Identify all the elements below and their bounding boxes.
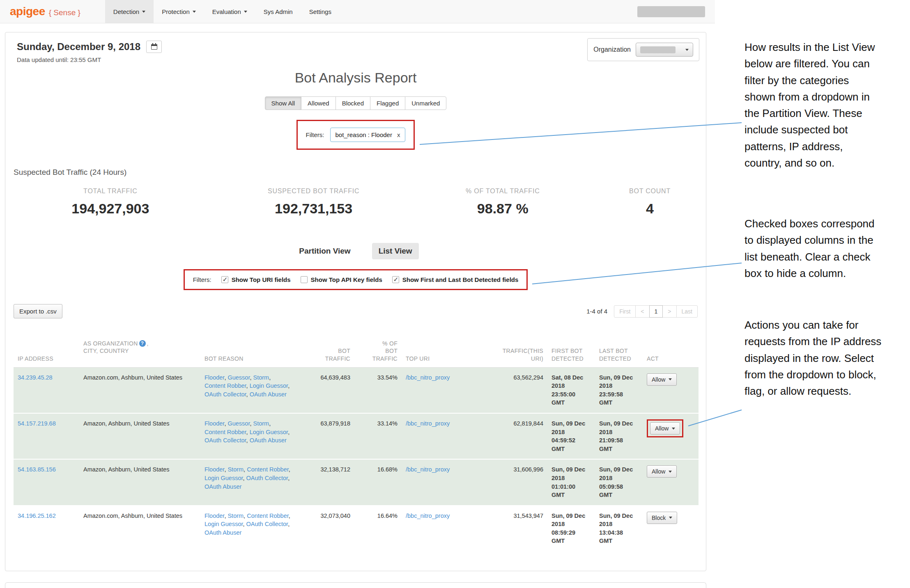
bot-reason-link[interactable]: OAuth Collector	[246, 521, 288, 527]
ip-address-link[interactable]: 34.196.25.162	[18, 512, 56, 519]
col-top-uri: TOP URI	[402, 330, 488, 367]
nav-label: Sys Admin	[264, 8, 293, 15]
ip-address-link[interactable]: 34.239.45.28	[18, 374, 53, 381]
bot-reason-link[interactable]: Login Guessor	[250, 382, 288, 389]
bot-reason-link[interactable]: OAuth Abuser	[205, 483, 241, 490]
ip-address-link[interactable]: 54.163.85.156	[18, 466, 56, 473]
bot-reason-link[interactable]: Storm	[253, 420, 269, 427]
nav-item-detection[interactable]: Detection	[105, 0, 154, 23]
stat-bot-count: BOT COUNT 4	[594, 188, 706, 217]
pagination-page-1[interactable]: 1	[649, 305, 663, 318]
cell-ip-address: 34.239.45.28	[14, 367, 79, 413]
tab-show-all[interactable]: Show All	[265, 96, 302, 110]
nav-label: Settings	[309, 8, 331, 15]
bot-reason-link[interactable]: OAuth Abuser	[205, 529, 241, 536]
help-icon[interactable]: ?	[139, 340, 146, 347]
bot-reason-link[interactable]: Storm	[253, 374, 269, 381]
tab-allowed[interactable]: Allowed	[301, 96, 336, 110]
nav-item-evaluation[interactable]: Evaluation	[204, 0, 255, 23]
cell-as-organization: Amazon, Ashburn, United States	[79, 459, 200, 505]
checkbox-label: Show Top API Key fields	[311, 276, 382, 283]
cell-ip-address: 34.196.25.162	[14, 506, 79, 551]
action-label: Allow	[652, 376, 665, 383]
bot-reason-link[interactable]: OAuth Collector	[246, 475, 288, 481]
action-dropdown[interactable]: Allow	[647, 465, 677, 478]
pagination-last[interactable]: Last	[676, 305, 698, 318]
bot-reason-link[interactable]: Flooder	[205, 466, 224, 473]
action-dropdown[interactable]: Allow	[650, 422, 680, 435]
table-row: 54.157.219.68Amazon, Ashburn, United Sta…	[14, 413, 699, 459]
page-title: Bot Analysis Report	[5, 70, 706, 86]
export-csv-button[interactable]: Export to .csv	[14, 304, 62, 318]
nav-item-settings[interactable]: Settings	[301, 0, 340, 23]
cell-as-organization: Amazon.com, Ashburn, United States	[79, 506, 200, 551]
cell-ip-address: 54.157.219.68	[14, 413, 79, 459]
top-uri-link[interactable]: /bbc_nitro_proxy	[406, 374, 450, 381]
bot-reason-link[interactable]: Storm	[228, 466, 244, 473]
pagination-next[interactable]: >	[662, 305, 676, 318]
bot-reason-link[interactable]: Flooder	[205, 512, 224, 519]
top-uri-link[interactable]: /bbc_nitro_proxy	[406, 512, 450, 519]
cell-traffic-this-uri: 31,606,996	[488, 459, 547, 505]
bot-reason-link[interactable]: OAuth Collector	[205, 437, 246, 444]
col-pct-bot-traffic: % OF BOT TRAFFIC	[354, 330, 402, 367]
tab-unmarked[interactable]: Unmarked	[405, 96, 446, 110]
filter-chip[interactable]: bot_reason : Flooder x	[330, 128, 406, 142]
stat-suspected-bot-traffic: SUSPECTED BOT TRAFFIC 192,731,153	[216, 188, 412, 217]
bot-reason-link[interactable]: Storm	[228, 512, 244, 519]
remove-filter-icon[interactable]: x	[397, 131, 400, 138]
cell-action: Allow	[643, 459, 699, 505]
bot-reason-link[interactable]: Login Guessor	[205, 475, 243, 481]
tab-blocked[interactable]: Blocked	[336, 96, 370, 110]
ip-address-link[interactable]: 54.157.219.68	[18, 420, 56, 427]
top-uri-link[interactable]: /bbc_nitro_proxy	[406, 466, 450, 473]
bot-reason-link[interactable]: Content Robber	[205, 429, 246, 435]
tab-flagged[interactable]: Flagged	[370, 96, 405, 110]
tab-partition-view[interactable]: Partition View	[292, 243, 357, 259]
cell-first-bot-detected: Sun, 09 Dec 2018 04:59:52 GMT	[547, 413, 595, 459]
action-dropdown[interactable]: Allow	[647, 373, 677, 386]
bot-reason-link[interactable]: Guessor	[228, 374, 250, 381]
action-dropdown[interactable]: Block	[647, 512, 677, 524]
bot-reason-link[interactable]: Content Robber	[247, 466, 289, 473]
bot-reason-link[interactable]: Login Guessor	[205, 521, 243, 527]
calendar-icon	[151, 44, 157, 50]
product-name: { Sense }	[49, 8, 80, 17]
bot-reason-link[interactable]: Content Robber	[247, 512, 289, 519]
status-filter-tabs: Show All Allowed Blocked Flagged Unmarke…	[5, 96, 706, 110]
bot-reason-link[interactable]: Flooder	[205, 420, 224, 427]
tab-list-view[interactable]: List View	[372, 243, 419, 259]
checkbox-show-top-uri-fields[interactable]: Show Top URI fields	[221, 276, 291, 283]
chevron-down-icon	[685, 49, 689, 51]
table-row: 34.196.25.162Amazon.com, Ashburn, United…	[14, 506, 699, 551]
bot-reason-link[interactable]: Guessor	[228, 420, 250, 427]
bot-reason-link[interactable]: OAuth Abuser	[250, 437, 287, 444]
bot-reason-link[interactable]: Content Robber	[205, 382, 246, 389]
col-ip-address: IP ADDRESS	[14, 330, 79, 367]
bot-reason-link[interactable]: OAuth Abuser	[250, 391, 287, 398]
cell-traffic-this-uri: 62,819,844	[488, 413, 547, 459]
action-label: Allow	[652, 468, 665, 475]
checkbox-show-first-last-bot-detected-fields[interactable]: Show First and Last Bot Detected fields	[392, 276, 519, 283]
cell-as-organization: Amazon, Ashburn, United States	[79, 413, 200, 459]
pagination-prev[interactable]: <	[635, 305, 649, 318]
bot-reason-link[interactable]: Flooder	[205, 374, 224, 381]
cell-pct-bot-traffic: 16.64%	[354, 506, 402, 551]
top-uri-link[interactable]: /bbc_nitro_proxy	[406, 420, 450, 427]
pagination-first[interactable]: First	[614, 305, 636, 318]
bot-reason-link[interactable]: Login Guessor	[250, 429, 288, 435]
brand[interactable]: apigee { Sense }	[10, 5, 80, 18]
nav-item-sys-admin[interactable]: Sys Admin	[255, 0, 301, 23]
organization-dropdown[interactable]	[636, 43, 693, 57]
calendar-button[interactable]	[146, 41, 162, 53]
bot-reason-link[interactable]: OAuth Collector	[205, 391, 246, 398]
annotation-checkboxes: Checked boxes correspond to displayed co…	[745, 215, 882, 281]
cell-last-bot-detected: Sun, 09 Dec 2018 05:09:58 GMT	[595, 459, 643, 505]
cell-top-uri: /bbc_nitro_proxy	[402, 367, 488, 413]
page: apigee { Sense } Detection Protection Ev…	[0, 0, 910, 588]
nav-label: Evaluation	[212, 8, 241, 15]
nav-item-protection[interactable]: Protection	[154, 0, 204, 23]
pagination-range: 1-4 of 4	[586, 308, 607, 315]
list-filters-label: Filters:	[193, 276, 211, 283]
checkbox-show-top-api-key-fields[interactable]: Show Top API Key fields	[301, 276, 382, 283]
